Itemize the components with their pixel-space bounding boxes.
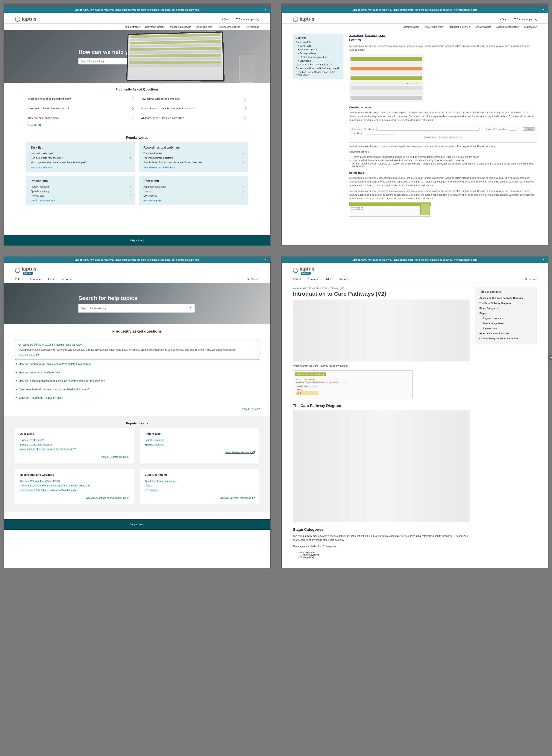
- toc-item[interactable]: Stage Arrows: [479, 326, 533, 331]
- toc-item[interactable]: Stage Categories: [479, 306, 533, 311]
- announce-link[interactable]: new task feature here: [176, 8, 199, 11]
- card-link[interactable]: Patient Registration/ Referral and Intro…: [20, 483, 129, 488]
- nav-item[interactable]: Administration: [403, 25, 418, 28]
- nav-item[interactable]: System configuration: [218, 25, 240, 28]
- logo[interactable]: iaptus: [293, 16, 314, 22]
- search-link[interactable]: Search: [499, 17, 509, 21]
- logo[interactable]: iaptus help site: [293, 266, 314, 275]
- raise-log-link[interactable]: Raise a support log: [236, 17, 259, 21]
- toc-item[interactable]: What to do if the Patient has died?: [296, 63, 340, 67]
- view-all-faqs[interactable]: View all FAQs: [4, 406, 270, 416]
- nav-item[interactable]: Analysing data: [475, 25, 491, 28]
- card-link[interactable]: Appointmentmanager: [143, 185, 243, 189]
- close-icon[interactable]: ×: [265, 8, 267, 11]
- toc-item[interactable]: Superusers: How to edit the Letters area…: [296, 67, 340, 70]
- card-view-all[interactable]: View all Superuser menu links: [145, 496, 254, 500]
- raise-log-link[interactable]: Raise a support log: [514, 17, 537, 21]
- card-view-all[interactable]: View all Patient tabs links: [145, 450, 254, 455]
- card-link[interactable]: Letters: [145, 483, 254, 488]
- card-view-all[interactable]: View all Patient tabs help: [31, 198, 131, 202]
- crumb-link[interactable]: iaptus helpsite: [293, 287, 307, 290]
- card-link[interactable]: GP Practices: [145, 488, 254, 493]
- faq-item[interactable]: How do I search for all clinical contact…: [15, 360, 259, 368]
- card-link[interactable]: How do I create new priorities?: [31, 156, 131, 160]
- nav-item[interactable]: Reports: [339, 278, 349, 281]
- nav-search[interactable]: Search: [247, 278, 259, 281]
- nav-item[interactable]: Treatment: [307, 278, 319, 281]
- card-link[interactable]: How do I create new priorities?: [20, 442, 129, 447]
- card-link[interactable]: What happens when the allocated therapis…: [20, 447, 129, 451]
- scroll-to-top-button[interactable]: [548, 354, 552, 360]
- toc-item[interactable]: Reporting Users: How to report on the le…: [296, 70, 340, 77]
- read-full-link[interactable]: Read full article: [19, 354, 38, 356]
- card-view-all[interactable]: View all User tasks links: [20, 455, 129, 459]
- card-link[interactable]: What happens when the allocated therapis…: [31, 160, 131, 165]
- nav-item[interactable]: Analysing data: [196, 25, 212, 28]
- announce-link[interactable]: new task feature here: [454, 8, 477, 11]
- card-link[interactable]: The Care Pathway Tool V2 (April 2023): [20, 479, 129, 483]
- nav-item[interactable]: Supervision: [524, 25, 537, 28]
- toc-item[interactable]: The Care Pathway Diagram: [479, 301, 533, 306]
- faq-item[interactable]: What do I need to do if a patient dies?: [15, 394, 259, 402]
- toc-item[interactable]: Accessing the Care Pathway Diagram: [479, 296, 533, 301]
- logo[interactable]: iaptus: [15, 16, 37, 22]
- nav-search[interactable]: Search: [525, 278, 537, 281]
- crumb-link[interactable]: iaptus helpsite: [349, 34, 364, 37]
- card-link[interactable]: Patient registration: [31, 185, 131, 189]
- faq-item-expanded[interactable]: What are the IAPT 0/1/2/3/4 levels in ca…: [15, 340, 259, 360]
- nav-item[interactable]: Reports: [61, 278, 71, 281]
- close-icon[interactable]: ×: [542, 8, 545, 11]
- nav-item[interactable]: Delivering therapy: [145, 25, 165, 28]
- card-view-all[interactable]: View all recordings and webinars: [143, 165, 243, 169]
- faq-item[interactable]: How can we access the demo site?: [15, 368, 259, 377]
- card-link[interactable]: Referral data: [31, 194, 131, 198]
- nav-item[interactable]: New release: [246, 25, 259, 28]
- toc-item[interactable]: Creating a letter: [296, 40, 340, 44]
- search-button[interactable]: [187, 304, 194, 313]
- faq-item[interactable]: How do I book supervision?: [28, 113, 133, 123]
- close-icon[interactable]: ×: [265, 258, 267, 261]
- faq-item[interactable]: Can I search for all clinical contacts c…: [15, 385, 259, 394]
- hero-search-input[interactable]: [79, 304, 187, 313]
- card-link[interactable]: The Care Plan tab: [143, 151, 243, 156]
- faq-item[interactable]: Can I search for all clinical contacts?: [28, 104, 133, 113]
- nav-item[interactable]: Patient: [293, 278, 301, 281]
- toc-item[interactable]: • Electronic sending methods: [296, 55, 340, 59]
- faq-item[interactable]: What are the IAPT levels in care plan?: [141, 113, 246, 123]
- toc-item[interactable]: • Saving the letter: [296, 51, 340, 55]
- card-link[interactable]: Appointment location manager: [145, 479, 254, 483]
- card-link[interactable]: How do I create tasks?: [31, 151, 131, 156]
- card-link[interactable]: Find Patients / Bulk Actions / Advanced/…: [20, 488, 129, 493]
- faq-item[interactable]: What do I need to do if a patient dies?: [28, 94, 133, 104]
- nav-item[interactable]: Treatment: [30, 278, 41, 281]
- toc-item[interactable]: • Autosave / Drafts: [296, 48, 340, 51]
- nav-item[interactable]: Managing a service: [170, 25, 191, 28]
- crumb-link[interactable]: Letters: [379, 34, 385, 37]
- card-link[interactable]: Patient registration: [145, 438, 254, 442]
- nav-item[interactable]: Patient: [15, 278, 23, 281]
- nav-item[interactable]: Delivering therapy: [424, 25, 444, 28]
- card-view-all[interactable]: View all user menu: [143, 198, 243, 202]
- toc-item[interactable]: Stage components: [479, 316, 533, 321]
- toc-item[interactable]: • Using Tags: [296, 44, 340, 48]
- announce-link[interactable]: new task feature here: [176, 258, 199, 261]
- search-link[interactable]: Search: [221, 17, 231, 21]
- card-view-all[interactable]: View all tasks list help: [31, 165, 131, 169]
- card-link[interactable]: GP Practices: [143, 194, 243, 198]
- faq-item[interactable]: How do I book supervision that allows me…: [15, 377, 259, 385]
- faq-item[interactable]: How do I search contacts completed in a …: [141, 104, 246, 113]
- crumb-link[interactable]: Documents: [365, 34, 377, 37]
- card-view-all[interactable]: View all Recordings and webinars links: [20, 496, 129, 500]
- card-link[interactable]: Episode summary: [31, 189, 131, 194]
- nav-item[interactable]: Administration: [125, 25, 140, 28]
- card-link[interactable]: Episode summary: [145, 442, 254, 447]
- card-link[interactable]: Find Patients / Bulk Actions / Advanced/…: [143, 160, 243, 165]
- announce-link[interactable]: new task feature here: [454, 258, 477, 261]
- toc-item[interactable]: Stages: [479, 311, 533, 316]
- toc-item[interactable]: Service Stage levels: [479, 321, 533, 326]
- card-link[interactable]: Patient Registration/ Referral: [143, 156, 243, 160]
- view-all-faqs[interactable]: View all FAQs: [4, 123, 270, 131]
- close-icon[interactable]: ×: [542, 258, 545, 261]
- nav-item[interactable]: Admin: [48, 278, 55, 281]
- card-link[interactable]: How do I create tasks?: [20, 438, 129, 442]
